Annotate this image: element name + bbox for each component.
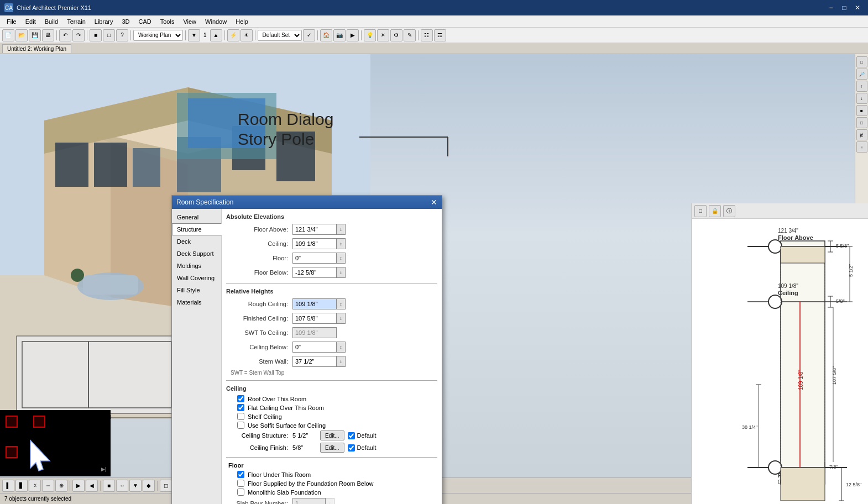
menu-file[interactable]: File: [2, 17, 21, 26]
sb-btn-5[interactable]: ■: [856, 105, 867, 116]
sb-btn-8[interactable]: ⋮: [856, 141, 867, 153]
menu-terrain[interactable]: Terrain: [62, 17, 90, 26]
nav-general[interactable]: General: [172, 211, 221, 223]
roof-over-checkbox[interactable]: [237, 395, 244, 402]
rough-ceiling-spin[interactable]: ↕: [337, 298, 346, 309]
sb-btn-4[interactable]: ↓: [856, 93, 867, 104]
shelf-ceiling-label: Shelf Ceiling: [248, 413, 282, 420]
maximize-button[interactable]: □: [838, 3, 850, 13]
floor-under-checkbox[interactable]: [237, 471, 244, 478]
undo-btn[interactable]: ↶: [59, 29, 71, 41]
ceiling-spin[interactable]: ↕: [337, 238, 346, 249]
close-button[interactable]: ✕: [851, 3, 864, 13]
doc-tab[interactable]: Untitled 2: Working Plan: [2, 44, 71, 53]
tb-edit[interactable]: ✎: [404, 29, 416, 41]
rough-ceiling-input[interactable]: [292, 298, 337, 309]
sb-btn-1[interactable]: □: [856, 56, 867, 67]
bottom-tb-2[interactable]: ▋: [15, 480, 28, 492]
bottom-tb-6[interactable]: ▶: [72, 480, 85, 492]
ceiling-below-spin[interactable]: ↕: [337, 342, 346, 353]
roof-over-label: Roof Over This Room: [248, 396, 306, 402]
nav-deck[interactable]: Deck: [172, 235, 221, 248]
nav-moldings[interactable]: Moldings: [172, 260, 221, 272]
sb-btn-6[interactable]: □: [856, 117, 867, 128]
tb-btn-2[interactable]: □: [103, 29, 115, 41]
default-set-dropdown[interactable]: Default Set: [258, 30, 302, 41]
floor-input[interactable]: [292, 253, 337, 264]
minimize-button[interactable]: −: [825, 3, 837, 13]
menu-cad[interactable]: CAD: [134, 17, 155, 26]
tb-snap[interactable]: ⚡: [227, 29, 239, 41]
bottom-tb-9[interactable]: ↔: [116, 480, 128, 492]
finished-ceiling-spin[interactable]: ↕: [337, 313, 346, 324]
new-btn[interactable]: 📄: [2, 29, 14, 41]
tb-camera[interactable]: ☀: [240, 29, 253, 41]
menu-help[interactable]: Help: [231, 17, 253, 26]
floor-above-input[interactable]: [292, 224, 337, 235]
bottom-tb-8[interactable]: ■: [103, 480, 115, 492]
tb-cam2[interactable]: 📷: [333, 29, 346, 41]
monolithic-slab-checkbox[interactable]: [237, 489, 244, 496]
nav-fill-style[interactable]: Fill Style: [172, 284, 221, 296]
bottom-tb-1[interactable]: ▌: [2, 480, 14, 492]
shelf-ceiling-checkbox[interactable]: [237, 413, 244, 420]
floor-spin[interactable]: ↕: [337, 253, 346, 264]
tb-bulb[interactable]: 💡: [364, 29, 376, 41]
menu-window[interactable]: Window: [201, 17, 231, 26]
nav-structure[interactable]: Structure: [172, 223, 222, 235]
tb-view3[interactable]: ▶: [347, 29, 359, 41]
ceiling-below-input[interactable]: [292, 342, 337, 353]
flat-ceiling-checkbox[interactable]: [237, 404, 244, 411]
bottom-tb-12[interactable]: ◻: [160, 480, 172, 492]
redo-btn[interactable]: ↷: [72, 29, 85, 41]
use-soffit-checkbox[interactable]: [237, 422, 244, 429]
open-btn[interactable]: 📂: [15, 29, 28, 41]
print-btn[interactable]: 🖶: [42, 29, 54, 41]
ceiling-structure-default-checkbox[interactable]: [348, 432, 355, 439]
floor-below-input[interactable]: [292, 267, 337, 278]
bottom-tb-10[interactable]: ▼: [129, 480, 142, 492]
app-icon: CA: [4, 3, 13, 12]
tb-grid2[interactable]: ☶: [434, 29, 446, 41]
finished-ceiling-input[interactable]: [292, 313, 337, 324]
stem-wall-spin[interactable]: ↕: [337, 356, 346, 367]
nav-wall-covering[interactable]: Wall Covering: [172, 272, 221, 284]
sb-btn-7[interactable]: ⋭: [856, 129, 867, 140]
menu-tools[interactable]: Tools: [156, 17, 179, 26]
menu-3d[interactable]: 3D: [117, 17, 134, 26]
nav-materials[interactable]: Materials: [172, 296, 221, 308]
bottom-tb-5[interactable]: ⊕: [55, 480, 67, 492]
menu-library[interactable]: Library: [90, 17, 118, 26]
bottom-tb-3[interactable]: ☓: [29, 480, 41, 492]
ceiling-structure-edit-btn[interactable]: Edit...: [320, 431, 344, 440]
stem-wall-input[interactable]: [292, 356, 337, 367]
floor-above-spin[interactable]: ↕: [337, 224, 346, 235]
tb-house[interactable]: 🏠: [320, 29, 332, 41]
room-specification-dialog[interactable]: Room Specification ✕ General Structure D…: [171, 195, 442, 504]
floor-supplied-checkbox[interactable]: [237, 480, 244, 487]
tb-check[interactable]: ✓: [303, 29, 315, 41]
menu-view[interactable]: View: [179, 17, 201, 26]
sb-btn-3[interactable]: ↑: [856, 81, 867, 92]
ceiling-input[interactable]: [292, 238, 337, 249]
bottom-tb-4[interactable]: ⎼: [42, 480, 54, 492]
tb-gear[interactable]: ⚙: [390, 29, 402, 41]
sb-btn-2[interactable]: 🔎: [856, 69, 867, 80]
dialog-close-button[interactable]: ✕: [431, 198, 437, 207]
tb-sun[interactable]: ☀: [377, 29, 389, 41]
nav-deck-support[interactable]: Deck Support: [172, 248, 221, 260]
bottom-tb-11[interactable]: ◆: [143, 480, 155, 492]
tb-btn-3[interactable]: ?: [116, 29, 128, 41]
tb-arrow-up[interactable]: ▲: [210, 29, 222, 41]
floor-below-spin[interactable]: ↕: [337, 267, 346, 278]
bottom-tb-7[interactable]: ◀: [86, 480, 98, 492]
ceiling-finish-default-checkbox[interactable]: [348, 444, 355, 452]
tb-btn-1[interactable]: ■: [90, 29, 102, 41]
tb-arrow-down[interactable]: ▼: [188, 29, 200, 41]
menu-build[interactable]: Build: [40, 17, 62, 26]
plan-dropdown[interactable]: Working Plan: [133, 30, 183, 41]
save-btn[interactable]: 💾: [29, 29, 41, 41]
ceiling-finish-edit-btn[interactable]: Edit...: [320, 443, 344, 453]
menu-edit[interactable]: Edit: [21, 17, 40, 26]
tb-grid[interactable]: ☷: [421, 29, 433, 41]
